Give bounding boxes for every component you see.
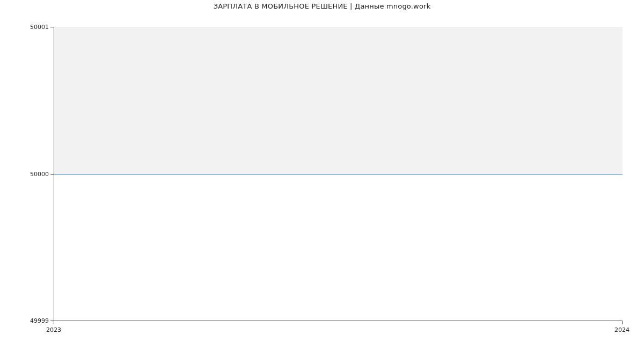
y-tick-label: 49999 <box>25 317 49 324</box>
data-series-line <box>54 174 623 174</box>
x-tick <box>54 321 54 324</box>
plot-background-upper <box>54 27 623 174</box>
chart-title: ЗАРПЛАТА В МОБИЛЬНОЕ РЕШЕНИЕ | Данные mn… <box>0 2 644 10</box>
chart-container: ЗАРПЛАТА В МОБИЛЬНОЕ РЕШЕНИЕ | Данные mn… <box>0 0 644 349</box>
y-tick <box>50 174 54 174</box>
x-tick-label: 2023 <box>46 326 61 333</box>
y-tick-label: 50000 <box>25 171 49 178</box>
plot-background-lower <box>54 174 623 321</box>
y-tick <box>50 27 54 27</box>
x-tick-label: 2024 <box>614 326 630 333</box>
plot-area <box>54 27 623 321</box>
y-tick-label: 50001 <box>25 24 49 31</box>
x-tick <box>622 321 623 324</box>
